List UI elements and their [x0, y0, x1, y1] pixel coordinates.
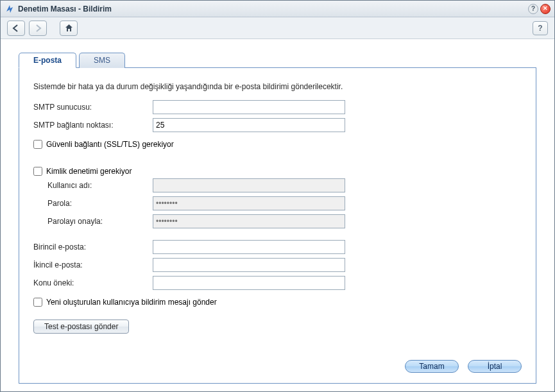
password-input [153, 196, 345, 210]
smtp-server-input[interactable] [153, 100, 345, 114]
password-label: Parola: [33, 199, 153, 208]
tabs: E-posta SMS [19, 52, 536, 67]
dialog-footer: Tamam İptal [33, 348, 522, 373]
help-button[interactable]: ? [533, 21, 548, 35]
content-area: E-posta SMS Sistemde bir hata ya da duru… [1, 39, 554, 391]
back-button[interactable] [7, 21, 25, 36]
toolbar: ? [1, 17, 554, 39]
smtp-port-input[interactable] [153, 118, 345, 132]
subject-prefix-input[interactable] [153, 276, 345, 290]
smtp-server-label: SMTP sunucusu: [33, 103, 153, 112]
ssl-checkbox[interactable] [33, 140, 42, 149]
subject-prefix-label: Konu öneki: [33, 278, 153, 287]
primary-email-input[interactable] [153, 240, 345, 254]
app-icon [4, 4, 15, 14]
ssl-label: Güvenli bağlantı (SSL/TLS) gerekiyor [46, 140, 174, 149]
username-label: Kullanıcı adı: [33, 181, 153, 190]
intro-text: Sistemde bir hata ya da durum değişikliğ… [33, 82, 522, 91]
home-button[interactable] [60, 21, 78, 36]
tab-sms[interactable]: SMS [79, 53, 125, 68]
secondary-email-label: İkincil e-posta: [33, 260, 153, 269]
close-icon[interactable] [540, 4, 551, 14]
forward-button[interactable] [29, 21, 47, 36]
ok-button[interactable]: Tamam [405, 360, 459, 373]
smtp-port-label: SMTP bağlantı noktası: [33, 121, 153, 130]
secondary-email-input[interactable] [153, 258, 345, 272]
notify-new-user-label: Yeni oluşturulan kullanıcıya bildirim me… [46, 298, 217, 307]
window-title: Denetim Masası - Bildirim [18, 4, 528, 13]
cancel-button[interactable]: İptal [468, 360, 522, 373]
password-confirm-input [153, 214, 345, 228]
send-test-email-button[interactable]: Test e-postası gönder [33, 320, 129, 334]
window: Denetim Masası - Bildirim ? ? E-posta SM… [0, 0, 555, 392]
tab-panel: Sistemde bir hata ya da durum değişikliğ… [19, 67, 536, 384]
username-input [153, 178, 345, 192]
titlebar: Denetim Masası - Bildirim ? [1, 1, 554, 17]
tab-eposta[interactable]: E-posta [19, 53, 76, 68]
password-confirm-label: Parolayı onayla: [33, 217, 153, 226]
notify-new-user-checkbox[interactable] [33, 298, 42, 307]
auth-checkbox[interactable] [33, 167, 42, 176]
titlebar-help-icon[interactable]: ? [528, 4, 538, 14]
primary-email-label: Birincil e-posta: [33, 243, 153, 251]
auth-label: Kimlik denetimi gerekiyor [46, 167, 132, 176]
